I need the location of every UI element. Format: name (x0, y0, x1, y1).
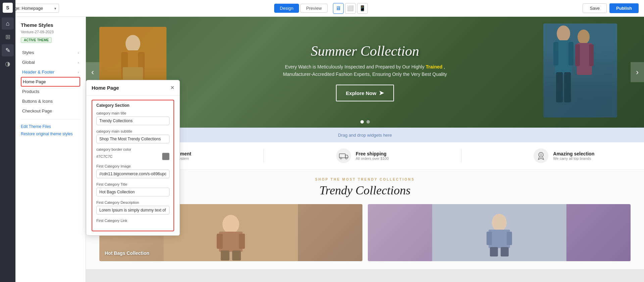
dialog-header: Home Page × (86, 80, 180, 96)
publish-button[interactable]: Publish (609, 3, 639, 13)
color-hex-value: #7C7C7C (96, 154, 112, 158)
first-category-desc-label: First Category Description (96, 200, 169, 204)
free-shipping-title: Free shipping (356, 151, 389, 156)
svg-rect-37 (486, 232, 492, 245)
theme-panel: Theme Styles Venture-27-09-2023 ACTIVE T… (15, 17, 86, 282)
color-row: #7C7C7C (96, 153, 169, 160)
category-section-title: Category Section (92, 100, 174, 108)
dialog-title: Home Page (92, 85, 119, 91)
category-border-color-group: category border color #7C7C7C (92, 147, 174, 160)
svg-rect-32 (221, 250, 230, 261)
category-main-title-label: category main title (96, 111, 169, 115)
svg-point-24 (345, 157, 347, 159)
hero-title: Summer Collection (281, 43, 449, 59)
svg-rect-38 (506, 232, 512, 245)
hero-next-button[interactable]: › (631, 62, 644, 82)
explore-now-button[interactable]: Explore Now ➤ (336, 85, 394, 101)
mobile-device-btn[interactable]: 📱 (357, 3, 368, 14)
free-shipping-icon (336, 148, 351, 163)
arrow-icon: ➤ (379, 89, 384, 97)
tablet-device-btn[interactable]: ⬜ (345, 3, 356, 14)
active-theme-badge: ACTIVE THEME (21, 37, 52, 43)
nav-header-footer-label: Header & Footer (22, 69, 54, 75)
feature-divider-2 (461, 149, 461, 162)
layers-icon[interactable]: ⊞ (2, 31, 14, 43)
nav-checkout-page[interactable]: Checkout Page (21, 106, 80, 116)
save-button[interactable]: Save (583, 3, 607, 13)
svg-rect-33 (232, 250, 241, 261)
amazing-selection-title: Amazing selection (553, 151, 594, 156)
design-tab[interactable]: Design (274, 4, 299, 13)
feature-free-shipping: Free shipping All orders over $100 (336, 148, 389, 163)
svg-point-25 (539, 152, 543, 157)
category-main-subtitle-input[interactable] (96, 135, 169, 143)
svg-point-26 (540, 154, 542, 156)
award-icon-svg (536, 152, 546, 160)
category-card-2-bg (368, 204, 631, 261)
theme-panel-title: Theme Styles (21, 22, 80, 28)
nav-global[interactable]: Global › (21, 57, 80, 67)
preview-tab[interactable]: Preview (300, 4, 327, 13)
nav-checkout-page-label: Checkout Page (22, 108, 52, 113)
hero-dots (360, 120, 370, 124)
nav-home-page[interactable]: Home Page (21, 77, 80, 87)
first-category-title-group: First Category Title (92, 182, 174, 196)
truck-icon-svg (339, 152, 348, 160)
first-category-image-group: First Category Image (92, 164, 174, 178)
explore-now-label: Explore Now (346, 90, 377, 96)
first-category-title-label: First Category Title (96, 182, 169, 186)
restore-theme-link[interactable]: Restore original theme styles (21, 130, 80, 138)
category-card-1-label: Hot Bags Collection (105, 250, 149, 256)
home-icon[interactable]: ⌂ (2, 17, 14, 30)
first-category-title-input[interactable] (96, 188, 169, 196)
first-category-link-label: First Category Link (96, 219, 169, 223)
desktop-device-btn[interactable]: 🖥 (333, 3, 344, 14)
nav-buttons-icons-label: Buttons & Icons (22, 99, 53, 104)
svg-rect-31 (239, 234, 245, 249)
first-category-link-group: First Category Link (92, 219, 174, 227)
svg-rect-22 (339, 154, 345, 158)
free-shipping-subtitle: All orders over $100 (356, 156, 389, 160)
top-bar-right: Save Publish (583, 3, 639, 13)
left-sidebar: S ⌂ ⊞ ✎ ◑ (0, 0, 15, 282)
dialog-close-button[interactable]: × (170, 84, 174, 91)
amazing-selection-subtitle: We carry all top brands (553, 156, 594, 160)
hero-prev-button[interactable]: ‹ (86, 62, 99, 82)
edit-theme-files-link[interactable]: Edit Theme Files (21, 123, 80, 130)
category-section-box: Category Section category main title cat… (92, 100, 174, 231)
nav-products[interactable]: Products (21, 87, 80, 96)
top-bar: Page: Homepage Design Preview 🖥 ⬜ 📱 Save… (0, 0, 644, 17)
amazing-selection-text: Amazing selection We carry all top brand… (553, 151, 594, 160)
hero-subtitle: Every Watch is Meticulously Inspected an… (281, 63, 449, 78)
logo-symbol: S (6, 5, 9, 10)
nav-buttons-icons[interactable]: Buttons & Icons (21, 96, 80, 106)
category-card-2[interactable] (368, 204, 631, 261)
svg-rect-39 (490, 247, 498, 256)
first-category-image-input[interactable] (96, 170, 169, 178)
amazing-selection-icon (534, 148, 548, 163)
first-category-desc-group: First Category Description (92, 200, 174, 215)
hero-dot-2[interactable] (366, 120, 370, 124)
nav-home-page-label: Home Page (23, 79, 46, 84)
feature-amazing-selection: Amazing selection We carry all top brand… (534, 148, 594, 163)
category-main-title-input[interactable] (96, 116, 169, 125)
color-swatch[interactable] (162, 153, 169, 160)
nav-styles-label: Styles (22, 50, 34, 55)
nav-styles[interactable]: Styles › (21, 48, 80, 57)
drag-drop-label: Drag and drop widgets here (338, 133, 392, 138)
palette-icon[interactable]: ◑ (2, 58, 14, 70)
theme-version: Venture-27-09-2023 (21, 30, 80, 34)
hero-dot-1[interactable] (360, 120, 364, 124)
feature-divider-1 (263, 149, 264, 162)
free-shipping-text: Free shipping All orders over $100 (356, 151, 389, 160)
category-main-title-group: category main title (92, 111, 174, 125)
category-main-subtitle-label: category main subtitle (96, 129, 169, 133)
brush-icon[interactable]: ✎ (2, 44, 14, 56)
first-category-image-label: First Category Image (96, 164, 169, 168)
svg-point-35 (492, 214, 506, 231)
hero-subtitle-highlighted: Trained (426, 64, 443, 69)
chevron-right-icon: › (78, 70, 79, 74)
svg-point-28 (222, 215, 239, 234)
first-category-desc-input[interactable] (96, 206, 169, 215)
nav-header-footer[interactable]: Header & Footer › (21, 67, 80, 77)
